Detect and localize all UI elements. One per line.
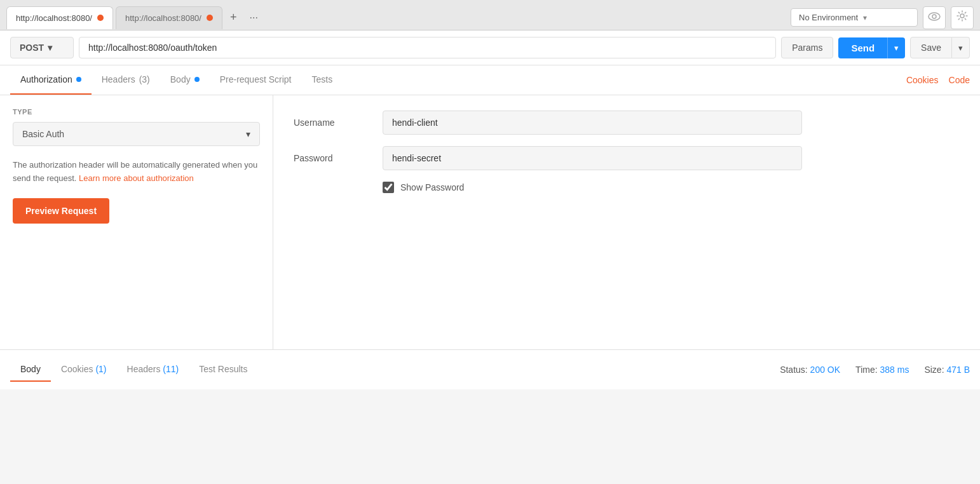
tab1-url: http://localhost:8080/ — [16, 13, 92, 23]
status-text: Status: — [780, 365, 808, 375]
more-tabs-button[interactable]: ··· — [244, 10, 262, 26]
eye-button[interactable] — [923, 6, 946, 29]
password-input[interactable] — [383, 146, 802, 170]
request-bar: POST ▾ Params Send ▾ Save ▾ — [0, 30, 980, 65]
auth-type-selector[interactable]: Basic Auth ▾ — [13, 122, 260, 146]
authorization-dot — [76, 77, 81, 82]
show-password-label: Show Password — [400, 182, 464, 192]
username-input[interactable] — [383, 111, 802, 135]
time-label: Time: 388 ms — [855, 365, 909, 375]
tab-body[interactable]: Body — [160, 65, 210, 95]
params-button[interactable]: Params — [781, 37, 833, 58]
auth-description: The authorization header will be automat… — [13, 159, 260, 185]
auth-type-chevron-icon: ▾ — [246, 129, 250, 139]
bottom-cookies-label: Cookies — [61, 364, 93, 374]
authorization-tab-label: Authorization — [20, 74, 72, 84]
bottom-status: Status: 200 OK Time: 388 ms Size: 471 B — [780, 365, 970, 375]
bottom-tab-cookies[interactable]: Cookies (1) — [51, 358, 117, 382]
status-value: 200 OK — [810, 365, 840, 375]
size-label: Size: 471 B — [924, 365, 970, 375]
tab-authorization[interactable]: Authorization — [10, 65, 92, 95]
auth-type-value: Basic Auth — [22, 129, 64, 139]
time-value: 388 ms — [880, 365, 909, 375]
bottom-tab-headers[interactable]: Headers (11) — [117, 358, 189, 382]
browser-tab-inactive[interactable]: http://localhost:8080/ — [116, 6, 222, 29]
new-tab-button[interactable]: + — [225, 8, 242, 27]
right-panel: Username Password Show Password — [273, 95, 980, 349]
size-value: 471 B — [946, 365, 970, 375]
code-link[interactable]: Code — [949, 75, 970, 85]
show-password-checkbox[interactable] — [383, 182, 394, 193]
bottom-tab-test-results[interactable]: Test Results — [189, 358, 257, 382]
preview-request-button[interactable]: Preview Request — [13, 198, 109, 224]
tab2-url: http://localhost:8080/ — [125, 13, 201, 23]
learn-more-link[interactable]: Learn more about authorization — [79, 173, 194, 183]
prerequest-tab-label: Pre-request Script — [220, 74, 292, 84]
browser-tab-bar: http://localhost:8080/ http://localhost:… — [0, 0, 980, 30]
body-dot — [194, 77, 200, 82]
send-button[interactable]: Send — [838, 37, 887, 58]
status-label: Status: 200 OK — [780, 365, 840, 375]
url-input[interactable] — [79, 37, 776, 58]
tab1-dot — [97, 15, 104, 21]
tab2-dot — [207, 15, 213, 21]
tab-tests[interactable]: Tests — [302, 65, 343, 95]
save-dropdown-button[interactable]: ▾ — [952, 37, 970, 58]
type-label: TYPE — [13, 108, 260, 116]
tests-tab-label: Tests — [312, 74, 333, 84]
left-panel: TYPE Basic Auth ▾ The authorization head… — [0, 95, 273, 349]
env-chevron-icon: ▾ — [863, 13, 867, 22]
bottom-headers-count: (11) — [163, 364, 179, 374]
bottom-headers-label: Headers — [127, 364, 161, 374]
gear-button[interactable] — [951, 6, 974, 29]
main-content: TYPE Basic Auth ▾ The authorization head… — [0, 95, 980, 349]
env-label: No Environment — [799, 13, 858, 22]
bottom-tab-body[interactable]: Body — [10, 358, 51, 382]
browser-tab-active[interactable]: http://localhost:8080/ — [6, 6, 113, 29]
headers-tab-badge: (3) — [139, 74, 150, 84]
password-label: Password — [294, 153, 370, 163]
password-row: Password — [294, 146, 960, 170]
eye-icon — [928, 11, 941, 24]
save-group: Save ▾ — [910, 37, 970, 58]
svg-point-1 — [932, 15, 936, 18]
time-text: Time: — [855, 365, 877, 375]
send-dropdown-button[interactable]: ▾ — [887, 37, 905, 58]
method-selector[interactable]: POST ▾ — [10, 37, 74, 58]
svg-point-0 — [929, 13, 940, 20]
request-tabs: Authorization Headers (3) Body Pre-reque… — [0, 65, 980, 95]
send-group: Send ▾ — [838, 37, 905, 58]
tab-bar-left: http://localhost:8080/ http://localhost:… — [6, 6, 263, 29]
gear-icon — [956, 10, 968, 25]
tab-prerequest[interactable]: Pre-request Script — [210, 65, 302, 95]
tab-bar-right: No Environment ▾ — [791, 6, 974, 29]
cookies-link[interactable]: Cookies — [906, 75, 939, 85]
size-text: Size: — [924, 365, 944, 375]
environment-selector[interactable]: No Environment ▾ — [791, 8, 918, 27]
username-row: Username — [294, 111, 960, 135]
body-tab-label: Body — [170, 74, 191, 84]
headers-tab-label: Headers — [102, 74, 135, 84]
bottom-cookies-count: (1) — [95, 364, 106, 374]
method-label: POST — [20, 43, 44, 53]
show-password-row: Show Password — [383, 182, 960, 193]
save-button[interactable]: Save — [910, 37, 952, 58]
username-label: Username — [294, 118, 370, 128]
tab-headers[interactable]: Headers (3) — [92, 65, 160, 95]
method-chevron-icon: ▾ — [48, 43, 52, 53]
tabs-right: Cookies Code — [906, 75, 970, 85]
bottom-bar: Body Cookies (1) Headers (11) Test Resul… — [0, 349, 980, 389]
svg-point-2 — [960, 14, 964, 18]
